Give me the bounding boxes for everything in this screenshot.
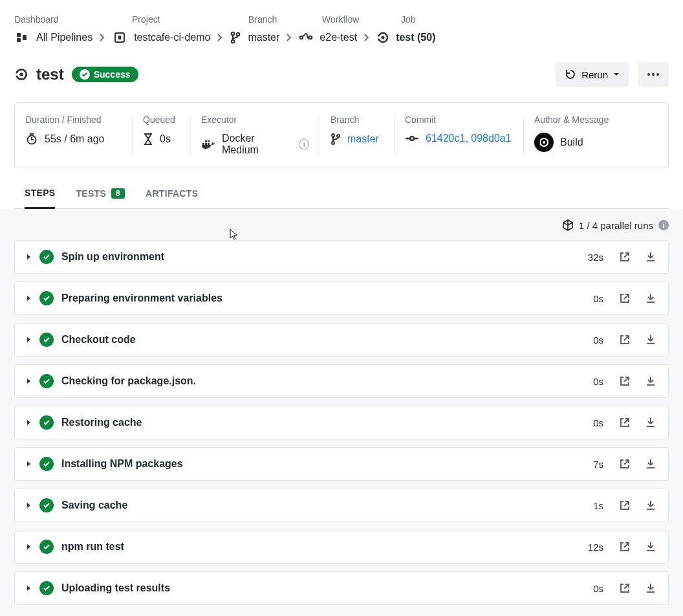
step-row[interactable]: Restoring cache 0s <box>14 406 669 439</box>
download-icon[interactable] <box>645 500 656 511</box>
svg-rect-25 <box>208 140 210 142</box>
author-avatar-icon <box>534 133 554 152</box>
info-icon[interactable]: i <box>658 220 669 230</box>
svg-point-9 <box>309 36 312 39</box>
download-icon[interactable] <box>645 582 656 594</box>
step-name: npm run test <box>61 541 588 553</box>
crumb-project-label: testcafe-ci-demo <box>134 32 210 43</box>
check-circle-icon <box>39 457 54 471</box>
workflow-icon <box>299 33 313 42</box>
step-row[interactable]: Checkout code 0s <box>14 323 669 357</box>
status-label: Success <box>94 69 131 80</box>
step-name: Spin up environment <box>61 251 588 263</box>
download-icon[interactable] <box>645 417 656 428</box>
svg-rect-1 <box>17 38 21 42</box>
check-circle-icon <box>39 581 54 595</box>
rerun-button[interactable]: Rerun <box>556 62 629 87</box>
svg-rect-15 <box>14 73 18 75</box>
svg-rect-23 <box>208 143 210 145</box>
status-badge: Success <box>72 67 138 82</box>
download-icon[interactable] <box>645 375 656 387</box>
meta-queued-value: 0s <box>160 133 171 145</box>
caret-right-icon <box>27 502 39 509</box>
svg-rect-21 <box>202 143 204 145</box>
download-icon[interactable] <box>645 251 656 263</box>
crumb-project[interactable]: testcafe-ci-demo <box>112 30 210 45</box>
open-external-icon[interactable] <box>619 375 631 387</box>
download-icon[interactable] <box>645 292 656 304</box>
meta-executor-value: Docker Medium <box>222 133 292 156</box>
step-time: 32s <box>588 252 603 263</box>
caret-right-icon <box>27 585 39 591</box>
caret-right-icon <box>27 461 39 467</box>
step-row[interactable]: npm run test 12s <box>14 530 669 564</box>
chevron-right-icon <box>363 33 370 42</box>
job-title-icon <box>14 67 28 82</box>
open-external-icon[interactable] <box>619 582 631 594</box>
svg-point-18 <box>656 73 659 76</box>
svg-rect-12 <box>376 37 380 39</box>
svg-point-5 <box>232 32 235 36</box>
check-circle-icon <box>39 333 54 347</box>
svg-point-14 <box>19 72 23 76</box>
meta-author-value: Build <box>560 137 583 148</box>
download-icon[interactable] <box>645 334 656 346</box>
crumb-job[interactable]: test (50) <box>376 31 435 44</box>
more-button[interactable] <box>638 62 669 87</box>
crumb-branch[interactable]: master <box>230 31 279 44</box>
meta-queued-label: Queued <box>143 115 180 125</box>
open-external-icon[interactable] <box>619 417 631 428</box>
check-circle-icon <box>39 498 54 512</box>
breadcrumb-label-branch: Branch <box>248 14 322 25</box>
step-row[interactable]: Saving cache 1s <box>14 489 669 522</box>
open-external-icon[interactable] <box>619 541 631 553</box>
svg-point-11 <box>382 36 385 39</box>
cube-icon <box>562 219 574 231</box>
crumb-workflow[interactable]: e2e-test <box>299 32 357 43</box>
open-external-icon[interactable] <box>619 500 631 511</box>
pipelines-icon <box>14 30 30 45</box>
svg-point-32 <box>543 141 545 144</box>
tab-steps[interactable]: STEPS <box>25 179 55 209</box>
open-external-icon[interactable] <box>619 292 631 304</box>
step-row[interactable]: Checking for package.json. 0s <box>14 364 669 398</box>
chevron-right-icon <box>286 33 292 42</box>
job-meta-card: Duration / Finished 55s / 6m ago Queued … <box>14 102 669 168</box>
meta-branch-value[interactable]: master <box>347 133 379 145</box>
svg-rect-22 <box>205 143 207 145</box>
step-name: Checking for package.json. <box>61 375 593 387</box>
check-circle-icon <box>39 291 54 305</box>
parallel-runs-label: 1 / 4 parallel runs <box>579 220 653 231</box>
caret-right-icon <box>27 295 39 302</box>
open-external-icon[interactable] <box>619 458 631 470</box>
check-icon <box>80 69 90 80</box>
open-external-icon[interactable] <box>619 251 631 263</box>
step-row[interactable]: Installing NPM packages 7s <box>14 447 669 481</box>
step-row[interactable]: Uploading test results 0s <box>14 571 669 605</box>
download-icon[interactable] <box>645 458 656 470</box>
meta-author-label: Author & Message <box>534 115 647 125</box>
crumb-job-label: test (50) <box>396 32 435 43</box>
svg-point-17 <box>652 73 655 76</box>
meta-duration-label: Duration / Finished <box>25 115 122 125</box>
svg-point-26 <box>332 134 334 137</box>
meta-commit-value[interactable]: 61420c1, 098d0a1 <box>426 133 512 144</box>
step-row[interactable]: Preparing environment variables 0s <box>14 281 669 315</box>
tab-artifacts-label: ARTIFACTS <box>146 188 198 199</box>
tabs: STEPS TESTS 8 ARTIFACTS <box>14 179 669 209</box>
info-icon[interactable]: i <box>299 139 309 149</box>
chevron-right-icon <box>99 33 105 42</box>
breadcrumb-labels: Dashboard Project Branch Workflow Job <box>14 14 669 25</box>
tab-tests[interactable]: TESTS 8 <box>76 179 125 208</box>
download-icon[interactable] <box>645 541 656 553</box>
breadcrumb-label-job: Job <box>401 14 669 25</box>
tab-artifacts[interactable]: ARTIFACTS <box>146 179 198 208</box>
crumb-dashboard[interactable]: All Pipelines <box>14 30 92 45</box>
step-row[interactable]: Spin up environment 32s <box>14 240 669 274</box>
ellipsis-icon <box>647 72 660 76</box>
step-name: Checkout code <box>61 334 593 346</box>
meta-branch-label: Branch <box>331 115 384 125</box>
step-time: 1s <box>593 500 603 511</box>
svg-rect-20 <box>30 133 34 135</box>
open-external-icon[interactable] <box>619 334 631 346</box>
